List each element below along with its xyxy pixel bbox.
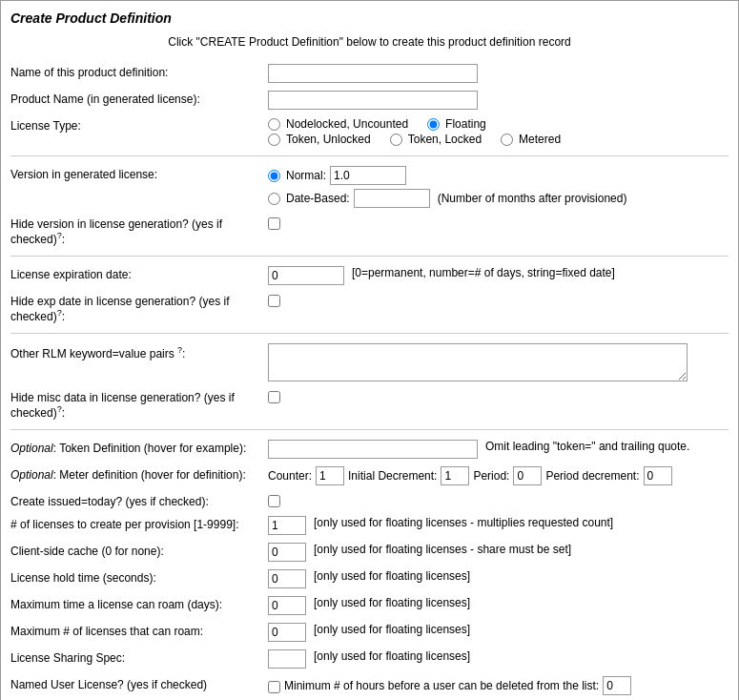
named-user-control: Minimum # of hours before a user can be … [268,676,729,695]
client-cache-hint: [only used for floating licenses - share… [314,543,571,556]
version-datebased-label: Date-Based: [286,192,350,205]
name-row: Name of this product definition: [10,60,729,87]
hold-time-control: [only used for floating licenses] [268,569,729,588]
floating-radio[interactable] [427,118,440,131]
max-roam-input[interactable] [268,623,306,642]
nodelocked-label: Nodelocked, Uncounted [286,117,408,131]
token-def-label: Optional: Token Definition (hover for ex… [10,440,268,455]
divider-3 [10,333,729,334]
expiration-control: [0=permanent, number=# of days, string=f… [268,266,729,285]
version-hint: (Number of months after provisioned) [438,192,627,205]
instruction-text: Click "CREATE Product Definition" below … [10,35,729,49]
token-def-input[interactable] [268,440,478,459]
hide-misc-row: Hide misc data in license generation? (y… [10,385,729,423]
hold-time-input[interactable] [268,569,306,588]
hold-time-hint: [only used for floating licenses] [314,569,470,583]
client-cache-row: Client-side cache (0 for none): [only us… [10,539,729,566]
create-issued-label: Create issued=today? (yes if checked): [10,493,268,508]
version-datebased-row: Date-Based: (Number of months after prov… [268,189,626,208]
sharing-spec-input[interactable] [268,649,306,669]
roam-days-input[interactable] [268,596,306,615]
token-def-row: Optional: Token Definition (hover for ex… [10,436,729,463]
roam-days-label: Maximum time a license can roam (days): [10,596,268,611]
metered-radio[interactable] [501,134,513,146]
page-title: Create Product Definition [10,10,729,26]
hide-version-control [268,216,729,230]
create-issued-control [268,493,729,507]
meter-period-decrement-input[interactable] [644,466,672,485]
product-name-input[interactable] [268,91,478,110]
product-name-label: Product Name (in generated license): [10,91,268,106]
rlm-control [268,343,729,381]
token-unlocked-radio[interactable] [268,134,280,146]
divider-4 [10,429,729,430]
name-label: Name of this product definition: [10,64,268,79]
hide-misc-label: Hide misc data in license generation? (y… [10,389,268,420]
expiration-hint: [0=permanent, number=# of days, string=f… [352,266,615,279]
meter-counter-input[interactable] [316,466,344,485]
version-group: Normal: Date-Based: (Number of months af… [268,166,626,208]
expiration-input[interactable] [268,266,344,285]
roam-days-hint: [only used for floating licenses] [314,596,470,609]
divider-2 [10,256,729,257]
meter-init-decrement-input[interactable] [441,466,469,485]
version-normal-radio[interactable] [268,170,280,182]
num-licenses-input[interactable] [268,516,306,535]
num-licenses-label: # of licenses to create per provision [1… [10,516,268,531]
version-datebased-input[interactable] [354,189,430,208]
version-row: Version in generated license: Normal: Da… [10,162,729,212]
named-user-label: Named User License? (yes if checked) [10,676,268,691]
nodelocked-radio[interactable] [268,118,280,131]
name-input[interactable] [268,64,478,83]
hide-exp-control [268,293,729,307]
num-licenses-control: [only used for floating licenses - multi… [268,516,729,535]
version-label: Version in generated license: [10,166,268,181]
hide-misc-control [268,389,729,403]
sharing-spec-row: License Sharing Spec: [only used for flo… [10,646,729,672]
rlm-row: Other RLM keyword=value pairs ?: [10,340,729,385]
token-def-control: Omit leading "token=" and trailing quote… [268,440,729,459]
roam-days-row: Maximum time a license can roam (days): … [10,592,729,619]
meter-counter-label: Counter: [268,469,312,483]
license-type-row: License Type: Nodelocked, Uncounted Floa… [10,113,729,150]
hide-version-label: Hide version in license generation? (yes… [10,216,268,246]
license-type-row2: Token, Unlocked Token, Locked Metered [268,133,561,146]
hide-misc-checkbox[interactable] [268,391,280,403]
max-roam-hint: [only used for floating licenses] [314,623,470,636]
rlm-textarea[interactable] [268,343,688,381]
named-user-row: Named User License? (yes if checked) Min… [10,672,729,699]
roam-days-control: [only used for floating licenses] [268,596,729,615]
name-control [268,64,729,83]
meter-period-label: Period: [473,469,509,483]
sharing-spec-hint: [only used for floating licenses] [314,649,470,663]
create-issued-checkbox[interactable] [268,495,280,507]
token-locked-label: Token, Locked [408,133,482,146]
hide-exp-checkbox[interactable] [268,295,280,307]
hide-version-checkbox[interactable] [268,217,280,230]
meter-period-input[interactable] [513,466,542,485]
client-cache-input[interactable] [268,543,306,562]
product-name-row: Product Name (in generated license): [10,87,729,113]
divider-1 [10,155,729,156]
named-user-checkbox[interactable] [268,681,280,693]
license-type-control: Nodelocked, Uncounted Floating Token, Un… [268,117,729,146]
num-licenses-row: # of licenses to create per provision [1… [10,512,729,539]
version-normal-input[interactable] [330,166,406,185]
token-def-hint: Omit leading "token=" and trailing quote… [485,440,689,453]
hide-version-row: Hide version in license generation? (yes… [10,212,729,250]
named-user-min-hours-input[interactable] [603,676,631,695]
product-name-control [268,91,729,110]
meter-def-row: Optional: Meter definition (hover for de… [10,463,729,489]
version-datebased-radio[interactable] [268,193,280,205]
meter-inline: Counter: Initial Decrement: Period: Peri… [268,466,672,485]
meter-period-decrement-label: Period decrement: [545,469,639,483]
metered-label: Metered [519,133,561,146]
floating-label: Floating [445,117,486,131]
token-locked-radio[interactable] [390,134,402,146]
version-control: Normal: Date-Based: (Number of months af… [268,166,729,208]
meter-init-decrement-label: Initial Decrement: [348,469,437,483]
form-section: Name of this product definition: Product… [10,60,729,699]
client-cache-control: [only used for floating licenses - share… [268,543,729,562]
expiration-row: License expiration date: [0=permanent, n… [10,262,729,289]
max-roam-row: Maximum # of licenses that can roam: [on… [10,619,729,646]
